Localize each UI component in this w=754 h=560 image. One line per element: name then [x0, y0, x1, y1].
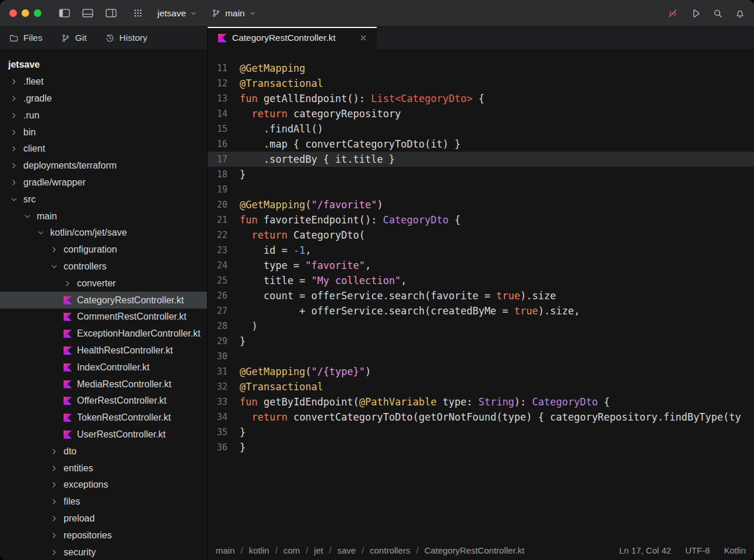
breadcrumb-item[interactable]: jet: [314, 545, 323, 555]
project-switcher[interactable]: jetsave: [157, 8, 197, 19]
chevron-right-icon[interactable]: [63, 280, 72, 287]
toggle-bottom-panel-button[interactable]: [82, 9, 93, 18]
tree-item[interactable]: CategoryRestController.kt: [0, 292, 207, 309]
caret-position[interactable]: Ln 17, Col 42: [619, 545, 671, 555]
chevron-down-icon[interactable]: [23, 213, 32, 220]
tree-item[interactable]: MediaRestController.kt: [0, 376, 207, 393]
tree-item[interactable]: .run: [0, 107, 207, 124]
code-line[interactable]: 26 count = offerService.search(favorite …: [208, 288, 754, 303]
code-line[interactable]: 31@GetMapping("/{type}"): [208, 364, 754, 379]
breadcrumb-item[interactable]: com: [283, 545, 300, 555]
code-line[interactable]: 19: [208, 182, 754, 197]
breadcrumb-item[interactable]: kotlin: [249, 545, 269, 555]
code-line[interactable]: 20@GetMapping("/favorite"): [208, 197, 754, 212]
code-line[interactable]: 14 return categoryRepository: [208, 106, 754, 121]
chevron-right-icon[interactable]: [9, 78, 19, 85]
code-editor[interactable]: 11@GetMapping12@Transactional13fun getAl…: [208, 49, 754, 540]
tree-item[interactable]: gradle/wrapper: [0, 174, 207, 191]
tree-item[interactable]: files: [0, 494, 207, 510]
chevron-right-icon[interactable]: [9, 129, 19, 136]
chevron-right-icon[interactable]: [9, 112, 19, 119]
chevron-right-icon[interactable]: [50, 515, 59, 522]
tree-item[interactable]: controllers: [0, 258, 207, 275]
chevron-right-icon[interactable]: [9, 179, 19, 186]
chevron-right-icon[interactable]: [50, 448, 59, 455]
chevron-right-icon[interactable]: [50, 246, 59, 253]
chevron-down-icon[interactable]: [9, 196, 19, 203]
chevron-right-icon[interactable]: [50, 532, 59, 539]
run-button[interactable]: [691, 9, 700, 18]
breadcrumb-item[interactable]: main: [216, 545, 235, 555]
chevron-right-icon[interactable]: [9, 95, 19, 102]
tree-item[interactable]: UserRestController.kt: [0, 426, 207, 443]
tree-item[interactable]: dto: [0, 443, 207, 460]
tree-item[interactable]: security: [0, 544, 207, 560]
code-line[interactable]: 27 + offerService.search(createdByMe = t…: [208, 303, 754, 318]
tree-item[interactable]: IndexController.kt: [0, 359, 207, 376]
code-line[interactable]: 23 id = -1,: [208, 243, 754, 258]
tree-item[interactable]: .fleet: [0, 74, 207, 90]
code-line[interactable]: 21fun favoriteEndpoint(): CategoryDto {: [208, 212, 754, 228]
file-language[interactable]: Kotlin: [724, 545, 746, 555]
code-line[interactable]: 29}: [208, 334, 754, 349]
code-line[interactable]: 22 return CategoryDto(: [208, 228, 754, 243]
chevron-down-icon[interactable]: [50, 263, 59, 270]
tree-item[interactable]: converter: [0, 275, 207, 292]
chevron-right-icon[interactable]: [50, 549, 59, 556]
toggle-right-panel-button[interactable]: [106, 9, 117, 18]
code-line[interactable]: 12@Transactional: [208, 76, 754, 91]
code-line[interactable]: 13fun getAllEndpoint(): List<CategoryDto…: [208, 91, 754, 106]
tree-item[interactable]: exceptions: [0, 477, 207, 494]
tree-item[interactable]: entities: [0, 460, 207, 477]
code-line[interactable]: 11@GetMapping: [208, 61, 754, 76]
tree-item[interactable]: deployments/terraform: [0, 158, 207, 174]
sidebar-tab-files[interactable]: Files: [9, 33, 43, 43]
tree-item[interactable]: configuration: [0, 242, 207, 258]
code-line[interactable]: 18}: [208, 167, 754, 182]
tree-item[interactable]: repositories: [0, 527, 207, 544]
code-line[interactable]: 33fun getByIdEndpoint(@PathVariable type…: [208, 394, 754, 410]
code-line[interactable]: 17 .sortedBy { it.title }: [208, 152, 754, 167]
tree-item[interactable]: src: [0, 191, 207, 208]
code-line[interactable]: 25 title = "My collection",: [208, 273, 754, 288]
tree-item[interactable]: OfferRestController.kt: [0, 393, 207, 410]
code-line[interactable]: 16 .map { convertCategoryToDto(it) }: [208, 136, 754, 152]
tree-item[interactable]: jetsave: [0, 57, 207, 74]
sidebar-tab-git[interactable]: Git: [61, 33, 87, 43]
close-button[interactable]: [9, 9, 17, 17]
tree-item[interactable]: .gradle: [0, 90, 207, 107]
chevron-right-icon[interactable]: [50, 498, 59, 505]
tree-item[interactable]: kotlin/com/jet/save: [0, 225, 207, 242]
code-line[interactable]: 34 return convertCategoryToDto(getOrNotF…: [208, 410, 754, 425]
tree-item[interactable]: ExceptionHandlerController.kt: [0, 326, 207, 342]
file-encoding[interactable]: UTF-8: [685, 545, 710, 555]
code-line[interactable]: 30: [208, 349, 754, 364]
branch-switcher[interactable]: main: [212, 8, 255, 19]
minimize-button[interactable]: [22, 9, 29, 17]
tree-item[interactable]: preload: [0, 510, 207, 527]
chevron-down-icon[interactable]: [36, 229, 45, 236]
code-line[interactable]: 32@Transactional: [208, 379, 754, 394]
workspaces-button[interactable]: [134, 9, 142, 18]
tab-close-button[interactable]: [359, 34, 367, 42]
code-line[interactable]: 15 .findAll(): [208, 121, 754, 136]
breadcrumb-item[interactable]: save: [337, 545, 356, 555]
chevron-right-icon[interactable]: [9, 145, 19, 152]
tree-item[interactable]: TokenRestController.kt: [0, 410, 207, 426]
tree-item[interactable]: main: [0, 208, 207, 225]
code-line[interactable]: 36}: [208, 440, 754, 455]
tree-item[interactable]: CommentRestController.kt: [0, 309, 207, 326]
breadcrumb-item[interactable]: controllers: [370, 545, 410, 555]
code-line[interactable]: 35}: [208, 425, 754, 440]
tree-item[interactable]: HealthRestController.kt: [0, 342, 207, 359]
zoom-button[interactable]: [34, 9, 41, 17]
chevron-right-icon[interactable]: [50, 481, 59, 488]
toggle-left-panel-button[interactable]: [59, 9, 70, 18]
chevron-right-icon[interactable]: [9, 162, 19, 169]
sidebar-tab-history[interactable]: History: [106, 33, 148, 43]
editor-tab[interactable]: CategoryRestController.kt: [208, 27, 377, 49]
code-line[interactable]: 28 ): [208, 318, 754, 334]
breadcrumb-item[interactable]: CategoryRestController.kt: [425, 545, 525, 555]
code-line[interactable]: 24 type = "favorite",: [208, 258, 754, 273]
tree-item[interactable]: bin: [0, 124, 207, 141]
